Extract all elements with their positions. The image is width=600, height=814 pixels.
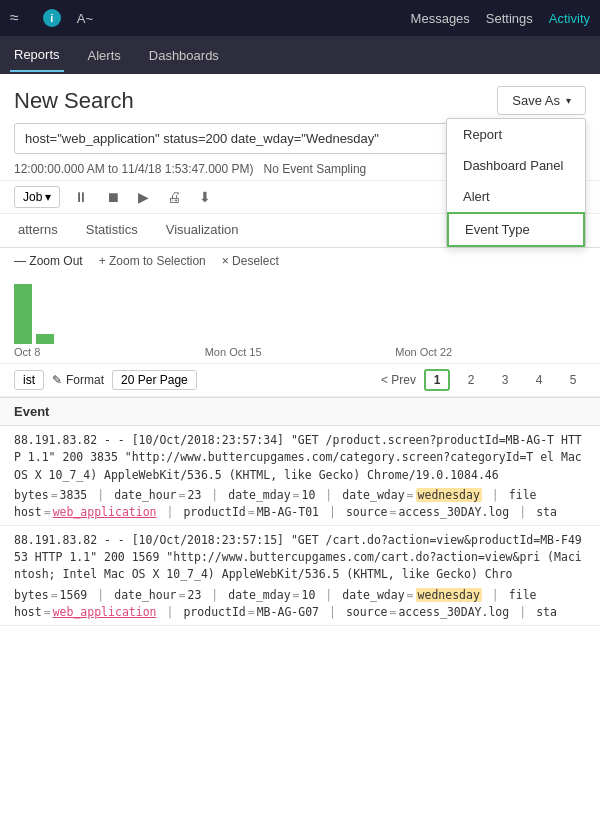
save-as-button[interactable]: Save As ▾ (497, 86, 586, 115)
field-sta-2: sta (536, 605, 557, 619)
event-fields-1b: host=web_application | productId=MB-AG-T… (14, 505, 586, 519)
save-as-label: Save As (512, 93, 560, 108)
search-icon[interactable]: A~ (77, 11, 93, 26)
list-button[interactable]: ist (14, 370, 44, 390)
field-date-wday: date_wday=wednesday (342, 488, 482, 502)
messages-nav[interactable]: Messages (411, 11, 470, 26)
job-caret: ▾ (45, 190, 51, 204)
stop-icon[interactable]: ⏹ (102, 187, 124, 207)
field-source: source=access_30DAY.log (346, 505, 509, 519)
field-host-2: host=web_application (14, 605, 157, 619)
dropdown-dashboard-panel[interactable]: Dashboard Panel (447, 150, 585, 181)
print-icon[interactable]: 🖨 (163, 187, 185, 207)
field-sta: sta (536, 505, 557, 519)
page-3[interactable]: 3 (492, 369, 518, 391)
chart-bar-1 (36, 334, 54, 344)
download-icon[interactable]: ⬇ (195, 187, 215, 207)
page-1[interactable]: 1 (424, 369, 450, 391)
subnav-reports[interactable]: Reports (10, 39, 64, 72)
field-bytes-2: bytes=1569 (14, 588, 87, 602)
subnav-dashboards[interactable]: Dashboards (145, 40, 223, 71)
sub-nav: Reports Alerts Dashboards (0, 36, 600, 74)
table-row: 88.191.83.82 - - [10/Oct/2018:23:57:34] … (0, 426, 600, 526)
dropdown-report[interactable]: Report (447, 119, 585, 150)
chart-controls: — Zoom Out + Zoom to Selection × Deselec… (0, 248, 600, 274)
dropdown-event-type[interactable]: Event Type (447, 212, 585, 247)
save-as-dropdown: Report Dashboard Panel Alert Event Type (446, 118, 586, 248)
field-date-wday-2: date_wday=wednesday (342, 588, 482, 602)
save-as-caret: ▾ (566, 95, 571, 106)
field-file-2: file (509, 588, 537, 602)
page-header: New Search Save As ▾ Report Dashboard Pa… (0, 74, 600, 123)
format-label: Format (66, 373, 104, 387)
activity-nav[interactable]: Activity (549, 11, 590, 26)
dropdown-alert[interactable]: Alert (447, 181, 585, 212)
job-button[interactable]: Job ▾ (14, 186, 60, 208)
field-date-hour: date_hour=23 (114, 488, 201, 502)
event-section: Event 88.191.83.82 - - [10/Oct/2018:23:5… (0, 397, 600, 626)
field-file: file (509, 488, 537, 502)
per-page-button[interactable]: 20 Per Page (112, 370, 197, 390)
chart-bar-0 (14, 284, 32, 344)
tab-statistics[interactable]: Statistics (82, 214, 142, 247)
settings-nav[interactable]: Settings (486, 11, 533, 26)
format-button[interactable]: ✎ Format (52, 373, 104, 387)
zoom-out-button[interactable]: — Zoom Out (14, 254, 83, 268)
subnav-alerts[interactable]: Alerts (84, 40, 125, 71)
page-4[interactable]: 4 (526, 369, 552, 391)
event-fields-2b: host=web_application | productId=MB-AG-G… (14, 605, 586, 619)
prev-button[interactable]: < Prev (381, 373, 416, 387)
field-date-hour-2: date_hour=23 (114, 588, 201, 602)
field-date-mday: date_mday=10 (228, 488, 315, 502)
field-host: host=web_application (14, 505, 157, 519)
page-2[interactable]: 2 (458, 369, 484, 391)
zoom-selection-button[interactable]: + Zoom to Selection (99, 254, 206, 268)
field-productId-2: productId=MB-AG-G07 (183, 605, 319, 619)
tab-patterns[interactable]: atterns (14, 214, 62, 247)
event-raw-2: 88.191.83.82 - - [10/Oct/2018:23:57:15] … (14, 532, 586, 584)
top-nav: ≈ i A~ Messages Settings Activity (0, 0, 600, 36)
pencil-icon: ✎ (52, 373, 62, 387)
chart-label-1: Mon Oct 15 (205, 346, 396, 358)
page-5[interactable]: 5 (560, 369, 586, 391)
deselect-button[interactable]: × Deselect (222, 254, 279, 268)
field-productId: productId=MB-AG-T01 (183, 505, 319, 519)
chart-label-0: Oct 8 (14, 346, 205, 358)
tab-visualization[interactable]: Visualization (162, 214, 243, 247)
field-date-mday-2: date_mday=10 (228, 588, 315, 602)
forward-icon[interactable]: ▶ (134, 187, 153, 207)
table-row: 88.191.83.82 - - [10/Oct/2018:23:57:15] … (0, 526, 600, 626)
field-source-2: source=access_30DAY.log (346, 605, 509, 619)
event-fields-2: bytes=1569 | date_hour=23 | date_mday=10… (14, 588, 586, 602)
time-range: 12:00:00.000 AM to 11/4/18 1:53:47.000 P… (14, 162, 254, 176)
event-fields-1: bytes=3835 | date_hour=23 | date_mday=10… (14, 488, 586, 502)
event-header: Event (0, 398, 600, 426)
chart-bars (14, 274, 586, 344)
pause-icon[interactable]: ⏸ (70, 187, 92, 207)
no-event-sampling: No Event Sampling (264, 162, 367, 176)
field-bytes: bytes=3835 (14, 488, 87, 502)
chart-area: Oct 8 Mon Oct 15 Mon Oct 22 (0, 274, 600, 364)
page-title: New Search (14, 88, 134, 114)
info-icon[interactable]: i (43, 9, 61, 27)
chart-label-2: Mon Oct 22 (395, 346, 586, 358)
logo-icon: ≈ (10, 9, 19, 27)
chart-labels: Oct 8 Mon Oct 15 Mon Oct 22 (14, 344, 586, 360)
event-raw-1: 88.191.83.82 - - [10/Oct/2018:23:57:34] … (14, 432, 586, 484)
pagination-bar: ist ✎ Format 20 Per Page < Prev 1 2 3 4 … (0, 364, 600, 397)
job-label: Job (23, 190, 42, 204)
